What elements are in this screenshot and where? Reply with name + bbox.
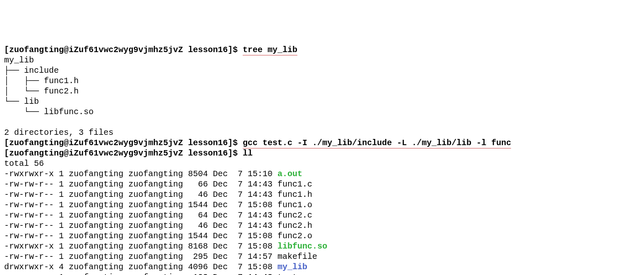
tree-line: └── libfunc.so	[4, 107, 94, 117]
ls-row: -rw-rw-r-- 1 zuofangting zuofangting 154…	[4, 200, 312, 210]
file-name: func2.h	[277, 221, 312, 230]
shell-prompt: [zuofangting@iZuf61vwc2wyg9vjmhz5jvZ les…	[4, 138, 243, 148]
ls-row: -rw-rw-r-- 1 zuofangting zuofangting 103…	[4, 273, 307, 275]
tree-line: │ └── func2.h	[4, 86, 79, 96]
ls-row: drwxrwxr-x 4 zuofangting zuofangting 409…	[4, 262, 307, 272]
file-name: makefile	[277, 252, 317, 261]
ls-total: total 56	[4, 159, 44, 168]
file-name: func1.o	[277, 200, 312, 210]
command-ll: ll	[243, 148, 253, 158]
terminal-output: [zuofangting@iZuf61vwc2wyg9vjmhz5jvZ les…	[4, 45, 640, 275]
tree-line: ├── include	[4, 66, 59, 75]
file-name: my_lib	[277, 262, 307, 272]
ls-row: -rw-rw-r-- 1 zuofangting zuofangting 64 …	[4, 210, 312, 220]
tree-line: my_lib	[4, 55, 34, 65]
file-name: func2.c	[277, 210, 312, 220]
ls-row: -rw-rw-r-- 1 zuofangting zuofangting 66 …	[4, 179, 312, 189]
file-name: a.out	[277, 169, 302, 179]
file-name: test.c	[277, 273, 307, 275]
file-name: libfunc.so	[277, 242, 327, 251]
file-name: func2.o	[277, 231, 312, 241]
shell-prompt: [zuofangting@iZuf61vwc2wyg9vjmhz5jvZ les…	[4, 148, 243, 158]
tree-summary: 2 directories, 3 files	[4, 128, 113, 137]
shell-prompt: [zuofangting@iZuf61vwc2wyg9vjmhz5jvZ les…	[4, 45, 243, 55]
ls-row: -rw-rw-r-- 1 zuofangting zuofangting 46 …	[4, 221, 312, 230]
file-name: func1.h	[277, 190, 312, 199]
command-gcc: gcc test.c -I ./my_lib/include -L ./my_l…	[243, 138, 511, 148]
file-name: func1.c	[277, 179, 312, 189]
ls-row: -rw-rw-r-- 1 zuofangting zuofangting 46 …	[4, 190, 312, 199]
ls-row: -rwxrwxr-x 1 zuofangting zuofangting 816…	[4, 242, 327, 251]
ls-row: -rwxrwxr-x 1 zuofangting zuofangting 850…	[4, 169, 302, 179]
ls-row: -rw-rw-r-- 1 zuofangting zuofangting 154…	[4, 231, 312, 241]
command-tree: tree my_lib	[243, 45, 297, 55]
ls-row: -rw-rw-r-- 1 zuofangting zuofangting 295…	[4, 252, 317, 261]
tree-line: └── lib	[4, 97, 39, 106]
tree-line: │ ├── func1.h	[4, 76, 79, 86]
